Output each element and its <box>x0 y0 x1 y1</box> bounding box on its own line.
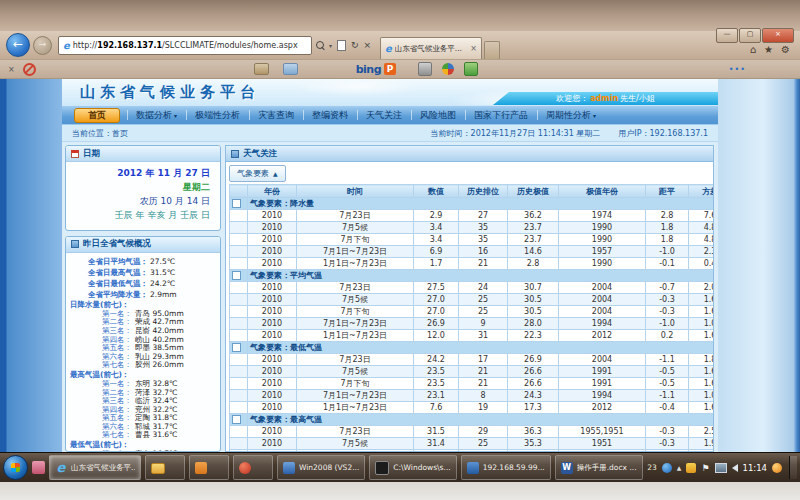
tray-ime-icon[interactable] <box>686 463 696 473</box>
toolbar-share-icon[interactable] <box>464 62 478 76</box>
checkbox[interactable] <box>232 199 241 208</box>
table-cell: 2010 <box>248 330 297 342</box>
table-cell: 1月1日~7月23日 <box>297 258 414 270</box>
tab-close-icon[interactable]: × <box>470 44 477 53</box>
menu-item-5[interactable]: 整编资料 <box>303 106 357 124</box>
addon-close-icon[interactable]: × <box>8 65 15 74</box>
table-group-row: 气象要素：最低气温 <box>230 342 715 354</box>
back-button[interactable]: ← <box>6 33 30 57</box>
main-menu: 首页数据分析▾极端性分析灾害查询整编资料天气关注风险地图国家下行产品周期性分析▾ <box>62 105 718 124</box>
table-header-6: 距平 <box>646 185 689 198</box>
row-spacer-cell <box>230 438 248 450</box>
table-cell: 7月23日 <box>297 426 414 438</box>
table-cell: 7月5候 <box>297 294 414 306</box>
show-desktop-button[interactable] <box>789 456 797 479</box>
rank-label: 第一名： <box>70 450 132 452</box>
taskbar-window-7[interactable]: 192.168.59.99... <box>461 455 551 480</box>
blocked-icon[interactable] <box>23 63 36 76</box>
chevron-down-icon[interactable]: ▾ <box>329 42 332 49</box>
taskbar-window-2[interactable] <box>145 455 185 480</box>
row-spacer-cell <box>230 426 248 438</box>
network-icon[interactable] <box>715 463 727 473</box>
table-cell: -0.3 <box>646 306 689 318</box>
overflow-dots-icon[interactable]: ••• <box>729 65 746 74</box>
search-icon[interactable] <box>316 41 324 49</box>
new-tab-button[interactable] <box>484 41 500 59</box>
table-cell: 1990 <box>559 258 646 270</box>
forward-button[interactable]: → <box>33 36 52 55</box>
calendar-lunar-date: 农历 10 月 14 日 <box>76 195 210 209</box>
group-checkbox-cell <box>230 414 248 426</box>
table-cell: 2004 <box>559 354 646 366</box>
current-time: 当前时间：2012年11月27日 11:14:31 星期二 <box>431 128 601 139</box>
table-row: 20107月5候27.02530.52004-0.31.6 <box>230 294 715 306</box>
taskbar-window-label: 山东省气候业务平... <box>71 463 135 473</box>
tray-expand-icon[interactable]: ▲ <box>677 464 682 471</box>
ie-icon: e <box>55 462 67 474</box>
checkbox[interactable] <box>232 415 241 424</box>
start-button[interactable] <box>3 455 28 480</box>
speaker-icon[interactable] <box>732 464 738 472</box>
checkbox[interactable] <box>232 343 241 352</box>
checkbox[interactable] <box>232 271 241 280</box>
url-text[interactable]: http://192.168.137.1/SLCCLIMATE/modules/… <box>73 41 307 50</box>
table-cell: 2.0 <box>689 282 715 294</box>
browser-tab[interactable]: e 山东省气候业务平... × <box>380 37 482 59</box>
menu-item-9[interactable]: 周期性分析▾ <box>537 106 605 124</box>
menu-item-4[interactable]: 灾害查询 <box>249 106 303 124</box>
table-cell: -0.3 <box>646 426 689 438</box>
minimize-button[interactable]: — <box>716 28 738 43</box>
quick-launch-icon[interactable] <box>32 461 45 474</box>
taskbar-window-4[interactable] <box>233 455 273 480</box>
bing-p-icon[interactable]: P <box>384 63 396 75</box>
bing-logo[interactable]: bing <box>356 63 381 76</box>
gear-icon[interactable]: ⚙ <box>781 44 790 55</box>
maximize-button[interactable]: ▢ <box>739 28 761 43</box>
orange-icon <box>195 462 207 474</box>
address-bar[interactable]: e http://192.168.137.1/SLCCLIMATE/module… <box>58 36 312 55</box>
table-cell: 1.6 <box>689 378 715 390</box>
taskbar-window-5[interactable]: Win2008 (VS2... <box>277 455 365 480</box>
taskbar-window-3[interactable] <box>189 455 229 480</box>
taskbar-window-8[interactable]: W操作手册.docx ... <box>555 455 643 480</box>
tray-input-icon[interactable] <box>772 463 782 473</box>
table-cell: 1994 <box>559 318 646 330</box>
addon-send-icon[interactable] <box>283 63 298 75</box>
menu-item-2[interactable]: 数据分析▾ <box>127 106 186 124</box>
taskbar-clock[interactable]: 11:14 <box>743 463 768 473</box>
table-cell: 2010 <box>248 258 297 270</box>
toolbar-camera-icon[interactable] <box>418 62 432 76</box>
table-cell: 31.5 <box>414 426 459 438</box>
taskbar-window-1[interactable]: e山东省气候业务平... <box>49 455 141 480</box>
close-button[interactable]: × <box>762 28 794 43</box>
addon-mail-icon[interactable] <box>254 63 269 75</box>
favorites-star-icon[interactable]: ★ <box>764 44 773 55</box>
stop-icon[interactable]: × <box>364 40 372 50</box>
toolbar-pinwheel-icon[interactable] <box>442 63 454 75</box>
table-cell: 2.9 <box>414 210 459 222</box>
menu-item-6[interactable]: 天气关注 <box>357 106 411 124</box>
calendar-weekday: 星期二 <box>76 181 210 195</box>
stat-label: 全省日最高气温： <box>70 267 148 278</box>
table-cell: 2010 <box>248 318 297 330</box>
taskbar-window-6[interactable]: C:\Windows\s... <box>369 455 456 480</box>
table-cell: 1.6 <box>689 366 715 378</box>
menu-item-8[interactable]: 国家下行产品 <box>465 106 537 124</box>
menu-item-7[interactable]: 风险地图 <box>411 106 465 124</box>
table-cell: 1.0 <box>689 390 715 402</box>
action-center-flag-icon[interactable]: ⚑ <box>701 463 709 473</box>
table-cell: 1955,1951 <box>559 426 646 438</box>
table-cell: 2010 <box>248 438 297 450</box>
refresh-icon[interactable]: ↻ <box>351 40 359 50</box>
table-cell: 27 <box>459 210 508 222</box>
menu-item-3[interactable]: 极端性分析 <box>186 106 249 124</box>
table-cell: 31.4 <box>414 438 459 450</box>
home-icon[interactable]: ⌂ <box>750 44 756 55</box>
group-checkbox-cell <box>230 270 248 282</box>
element-filter-button[interactable]: 气象要素 ▲ <box>229 165 286 182</box>
tray-app-icon[interactable] <box>662 463 672 473</box>
compatibility-view-icon[interactable] <box>337 40 346 51</box>
table-row: 20107月5候23.52126.61991-0.51.6 <box>230 366 715 378</box>
table-cell: 2004 <box>559 294 646 306</box>
menu-item-1[interactable]: 首页 <box>74 108 120 123</box>
